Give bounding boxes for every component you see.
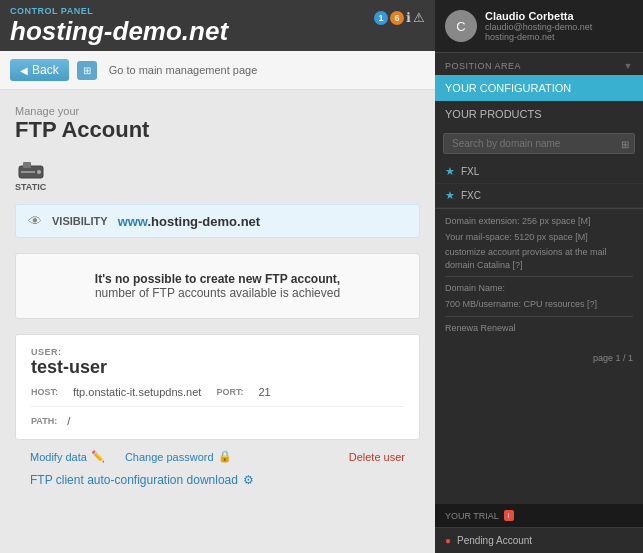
user-label: USER: bbox=[31, 347, 404, 357]
sidebar-search-input[interactable] bbox=[443, 133, 635, 154]
back-button[interactable]: ◀ Back bbox=[10, 59, 69, 81]
sidebar-user-email: claudio@hosting-demo.net bbox=[485, 22, 633, 32]
item-label: FXL bbox=[461, 166, 633, 177]
port-value: 21 bbox=[258, 386, 270, 398]
detail-row: 700 MB/username: CPU resources [?] bbox=[445, 298, 633, 311]
notification-badge-2[interactable]: 6 bbox=[390, 11, 404, 25]
page-title: FTP Account bbox=[15, 117, 420, 143]
change-password-link[interactable]: Change password 🔒 bbox=[125, 450, 232, 463]
lock-icon: 🔒 bbox=[218, 450, 232, 463]
host-value: ftp.onstatic-it.setupdns.net bbox=[73, 386, 201, 398]
ftp-download-link[interactable]: FTP client auto-configuration download ⚙ bbox=[30, 473, 405, 487]
avatar: C bbox=[445, 10, 477, 42]
back-arrow-icon: ◀ bbox=[20, 65, 28, 76]
item-label: FXC bbox=[461, 190, 633, 201]
footer-badge: i bbox=[504, 510, 514, 521]
pagination: page 1 / 1 bbox=[593, 353, 633, 363]
gear-icon: ⚙ bbox=[243, 473, 254, 487]
svg-point-2 bbox=[37, 170, 41, 174]
host-label: HOST: bbox=[31, 387, 58, 397]
port-label: PORT: bbox=[216, 387, 243, 397]
star-icon: ★ bbox=[445, 189, 455, 202]
chevron-down-icon: ▼ bbox=[624, 61, 633, 71]
visibility-label: VISIBILITY bbox=[52, 215, 108, 227]
sidebar-search-icon: ⊞ bbox=[621, 138, 629, 149]
edit-icon: ✏️ bbox=[91, 450, 105, 463]
detail-row: Domain extension: 256 px space [M] bbox=[445, 215, 633, 228]
star-icon: ★ bbox=[445, 165, 455, 178]
sidebar-footer: YOUR TRIAL i bbox=[435, 504, 643, 527]
sidebar-bottom-item[interactable]: ● Pending Account bbox=[435, 527, 643, 553]
path-value: / bbox=[67, 415, 70, 427]
info-icon[interactable]: ℹ bbox=[406, 10, 411, 25]
warning-text: It's no possible to create new FTP accou… bbox=[34, 272, 401, 300]
detail-row: Your mail-space: 5120 px space [M] bbox=[445, 231, 633, 244]
path-label: PATH: bbox=[31, 416, 57, 426]
list-item[interactable]: ★ FXC bbox=[435, 184, 643, 208]
ftp-static-icon: STATIC bbox=[15, 158, 46, 192]
username-value: test-user bbox=[31, 357, 404, 378]
manage-your-label: Manage your bbox=[15, 105, 420, 117]
detail-row: Domain Name: bbox=[445, 282, 633, 295]
sidebar-menu-item-config[interactable]: YOUR CONFIGURATION bbox=[435, 75, 643, 101]
main-management-link[interactable]: Go to main management page bbox=[109, 64, 258, 76]
sidebar-menu-item-products[interactable]: YOUR PRODUCTS bbox=[435, 101, 643, 127]
notification-badge-1[interactable]: 1 bbox=[374, 11, 388, 25]
svg-rect-1 bbox=[23, 162, 31, 168]
sidebar-username: Claudio Corbetta bbox=[485, 10, 633, 22]
detail-row: customize account provisions at the mail… bbox=[445, 246, 633, 271]
position-area-label: Position Area ▼ bbox=[435, 53, 643, 75]
list-item[interactable]: ★ FXL bbox=[435, 160, 643, 184]
detail-row: Renewa Renewal bbox=[445, 322, 633, 335]
footer-label: YOUR TRIAL bbox=[445, 511, 499, 521]
warning-icon[interactable]: ⚠ bbox=[413, 10, 425, 25]
pending-dot-icon: ● bbox=[445, 535, 451, 546]
visibility-eye-icon: 👁 bbox=[28, 213, 42, 229]
delete-user-link[interactable]: Delete user bbox=[349, 451, 405, 463]
control-panel-label: CONTROL PANEL bbox=[10, 6, 425, 16]
modify-data-link[interactable]: Modify data ✏️ bbox=[30, 450, 105, 463]
site-title: hosting-demo.net bbox=[10, 16, 425, 47]
sidebar-user-section: C Claudio Corbetta claudio@hosting-demo.… bbox=[435, 0, 643, 53]
grid-view-button[interactable]: ⊞ bbox=[77, 61, 97, 80]
sidebar-user-sub: hosting-demo.net bbox=[485, 32, 633, 42]
visibility-value: www.hosting-demo.net bbox=[118, 214, 261, 229]
